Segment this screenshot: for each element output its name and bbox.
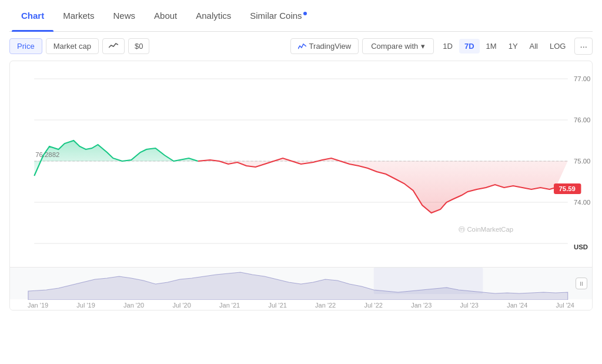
time-log[interactable]: LOG [544, 39, 571, 54]
main-container: Chart Markets News About Analytics Simil… [0, 0, 602, 364]
time-all[interactable]: All [524, 39, 543, 54]
similar-coins-dot [303, 12, 307, 15]
time-range-buttons: 1D 7D 1M 1Y All LOG [437, 39, 571, 54]
mini-chart: ⏸ [10, 267, 592, 299]
line-chart-icon [109, 42, 118, 49]
price-button[interactable]: Price [9, 38, 42, 54]
chart-svg-container: 77.00 76.00 75.00 74.00 76.2882 ⓜ CoinMa… [10, 61, 592, 267]
dollar-button[interactable]: $0 [128, 38, 149, 54]
chart-main: 77.00 76.00 75.00 74.00 76.2882 ⓜ CoinMa… [10, 61, 592, 310]
svg-text:ⓜ CoinMarketCap: ⓜ CoinMarketCap [459, 226, 513, 233]
tab-markets[interactable]: Markets [53, 0, 103, 31]
time-1d[interactable]: 1D [437, 39, 458, 54]
price-chart: 77.00 76.00 75.00 74.00 76.2882 ⓜ CoinMa… [10, 61, 592, 267]
tab-bar: Chart Markets News About Analytics Simil… [9, 0, 593, 32]
tab-analytics[interactable]: Analytics [186, 0, 240, 31]
tab-chart[interactable]: Chart [12, 0, 53, 31]
svg-text:76.00: 76.00 [574, 116, 590, 123]
time-1m[interactable]: 1M [481, 39, 502, 54]
svg-text:USD: USD [574, 243, 588, 251]
chart-toolbar: Price Market cap $0 TradingView Compare … [9, 32, 593, 61]
tab-similar-coins[interactable]: Similar Coins [240, 0, 316, 31]
time-7d[interactable]: 7D [459, 39, 480, 54]
time-1y[interactable]: 1Y [503, 39, 523, 54]
mini-chart-pause-button[interactable]: ⏸ [576, 278, 587, 289]
trading-view-button[interactable]: TradingView [290, 38, 359, 54]
market-cap-button[interactable]: Market cap [46, 38, 99, 54]
line-chart-button[interactable] [102, 38, 125, 54]
svg-text:75.00: 75.00 [574, 158, 590, 165]
svg-text:76.2882: 76.2882 [35, 151, 59, 158]
trading-view-icon [298, 43, 306, 50]
chart-wrapper: 77.00 76.00 75.00 74.00 76.2882 ⓜ CoinMa… [9, 61, 593, 310]
chevron-down-icon: ▾ [421, 42, 425, 51]
tab-about[interactable]: About [145, 0, 186, 31]
svg-text:75.59: 75.59 [559, 185, 576, 192]
mini-chart-svg [10, 268, 592, 300]
compare-button[interactable]: Compare with ▾ [362, 38, 434, 54]
svg-text:74.00: 74.00 [574, 199, 590, 206]
tab-news[interactable]: News [104, 0, 145, 31]
x-axis-mini: Jan '19 Jul '19 Jan '20 Jul '20 Jan '21 … [10, 299, 592, 310]
svg-text:77.00: 77.00 [574, 75, 590, 82]
more-options-button[interactable]: ··· [574, 38, 593, 55]
